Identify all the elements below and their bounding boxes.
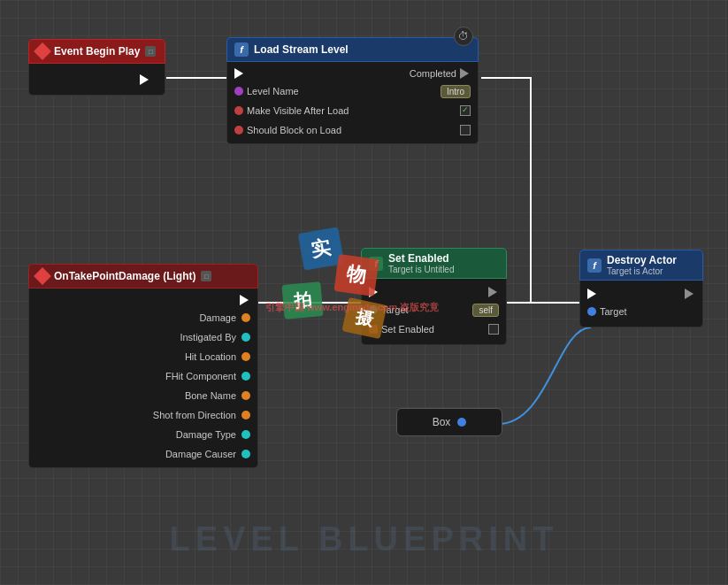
destroy-actor-icon: f xyxy=(587,258,602,273)
shot-direction-label: Shot from Direction xyxy=(153,410,236,420)
should-block-label: Should Block on Load xyxy=(247,125,341,135)
bone-name-pin[interactable] xyxy=(241,391,250,400)
overlay-stamp-3: 拍 xyxy=(281,281,323,319)
set-enabled-checkbox-pin-left: Set Enabled xyxy=(369,324,434,335)
set-enabled-title: Set Enabled xyxy=(388,252,454,265)
set-enabled-checkbox-row: Set Enabled xyxy=(362,319,506,339)
destroy-actor-subtitle: Target is Actor xyxy=(607,266,677,276)
watermark-text: LEVEL BLUEPRINT xyxy=(0,520,728,558)
set-enabled-target-label: Target xyxy=(381,304,409,315)
should-block-row: Should Block on Load xyxy=(227,120,478,140)
destroy-actor-exec-row xyxy=(580,286,702,302)
fhit-component-pin[interactable] xyxy=(241,372,250,381)
load-stream-level-completed-row: Completed xyxy=(410,68,471,79)
set-enabled-target-pin[interactable] xyxy=(369,305,378,314)
destroy-actor-body: Target xyxy=(579,281,703,327)
set-enabled-node: f Set Enabled Target is Untitled Target … xyxy=(361,248,507,345)
on-take-damage-icon xyxy=(34,267,51,285)
on-take-damage-exec-row xyxy=(29,292,257,308)
completed-label: Completed xyxy=(410,68,456,79)
load-stream-level-in-exec[interactable] xyxy=(234,68,245,79)
set-enabled-target-row: Target self xyxy=(362,300,506,319)
box-pin[interactable] xyxy=(457,418,466,427)
fhit-component-label: FHit Component xyxy=(165,371,236,381)
fhit-component-row: FHit Component xyxy=(29,366,257,386)
set-enabled-body: Target self Set Enabled xyxy=(361,279,507,345)
should-block-checkbox[interactable] xyxy=(460,125,471,135)
load-stream-level-exec-row: Completed xyxy=(227,65,478,81)
on-take-damage-header: OnTakePointDamage (Light) □ xyxy=(28,264,258,289)
bone-name-row: Bone Name xyxy=(29,386,257,405)
load-stream-level-header: f Load Stream Level xyxy=(226,37,479,62)
on-take-damage-body: Damage Instigated By Hit Location FHit C… xyxy=(28,289,258,468)
load-stream-level-node: ⏱ f Load Stream Level Completed Level Na… xyxy=(226,37,479,144)
destroy-actor-title: Destroy Actor xyxy=(607,254,677,266)
destroy-actor-title-block: Destroy Actor Target is Actor xyxy=(607,254,677,276)
hit-location-row: Hit Location xyxy=(29,347,257,366)
destroy-actor-target-label: Target xyxy=(600,306,627,317)
set-enabled-in-exec[interactable] xyxy=(369,287,379,297)
level-name-row: Level Name Intro xyxy=(227,81,478,101)
destroy-actor-header: f Destroy Actor Target is Actor xyxy=(579,250,703,281)
should-block-pin-left: Should Block on Load xyxy=(234,125,341,135)
event-begin-play-icon xyxy=(34,42,51,60)
damage-pin[interactable] xyxy=(241,313,250,322)
set-enabled-target-value: self xyxy=(472,304,499,317)
level-name-pin-left: Level Name xyxy=(234,86,299,96)
make-visible-pin-left: Make Visible After Load xyxy=(234,105,349,116)
damage-type-pin[interactable] xyxy=(241,430,250,439)
damage-type-row: Damage Type xyxy=(29,425,257,444)
event-begin-play-node: Event Begin Play □ xyxy=(28,39,165,96)
destroy-actor-target-pin[interactable] xyxy=(587,307,596,316)
should-block-pin[interactable] xyxy=(234,126,243,135)
event-begin-play-header: Event Begin Play □ xyxy=(28,39,165,64)
shot-direction-pin[interactable] xyxy=(241,411,250,420)
damage-causer-pin[interactable] xyxy=(241,450,250,458)
damage-type-label: Damage Type xyxy=(176,429,236,440)
completed-out-exec[interactable] xyxy=(460,68,471,79)
overlay-stamp-1: 实 xyxy=(298,227,345,270)
load-stream-level-clock: ⏱ xyxy=(454,27,473,46)
destroy-actor-in-exec[interactable] xyxy=(587,289,598,299)
level-name-pin[interactable] xyxy=(234,87,243,96)
box-label: Box xyxy=(433,416,451,428)
set-enabled-exec-row xyxy=(362,284,506,300)
destroy-actor-out-exec[interactable] xyxy=(685,289,695,299)
load-stream-level-icon: f xyxy=(234,42,249,57)
destroy-actor-target-pin-left: Target xyxy=(587,306,627,317)
load-stream-level-body: Completed Level Name Intro Make Visible … xyxy=(226,62,479,144)
damage-causer-row: Damage Causer xyxy=(29,444,257,464)
data-connection-1 xyxy=(498,327,591,424)
level-name-value: Intro xyxy=(441,85,471,98)
set-enabled-title-block: Set Enabled Target is Untitled xyxy=(388,252,454,274)
hit-location-label: Hit Location xyxy=(185,351,236,362)
set-enabled-out-exec[interactable] xyxy=(488,287,499,297)
event-begin-play-out-exec[interactable] xyxy=(140,74,150,85)
instigated-by-row: Instigated By xyxy=(29,327,257,347)
make-visible-pin[interactable] xyxy=(234,106,243,115)
event-begin-play-title: Event Begin Play xyxy=(54,45,140,58)
event-begin-play-body xyxy=(28,64,165,96)
set-enabled-bool-checkbox[interactable] xyxy=(488,324,499,335)
event-begin-play-exec-row xyxy=(133,72,157,88)
damage-label: Damage xyxy=(199,312,236,323)
instigated-by-label: Instigated By xyxy=(180,332,236,343)
set-enabled-bool-label: Set Enabled xyxy=(381,324,434,335)
set-enabled-bool-pin[interactable] xyxy=(369,325,378,334)
box-node: Box xyxy=(396,408,502,436)
make-visible-row: Make Visible After Load xyxy=(227,101,478,120)
instigated-by-pin[interactable] xyxy=(241,333,250,342)
hit-location-pin[interactable] xyxy=(241,352,250,361)
on-take-damage-node: OnTakePointDamage (Light) □ Damage Insti… xyxy=(28,264,258,468)
set-enabled-icon: f xyxy=(369,257,383,271)
make-visible-checkbox[interactable] xyxy=(460,105,471,116)
level-name-label: Level Name xyxy=(247,86,299,96)
damage-row: Damage xyxy=(29,308,257,327)
set-enabled-subtitle: Target is Untitled xyxy=(388,265,454,274)
event-begin-play-close[interactable]: □ xyxy=(145,46,156,57)
on-take-damage-out-exec[interactable] xyxy=(240,295,250,305)
destroy-actor-target-row: Target xyxy=(580,302,702,321)
shot-direction-row: Shot from Direction xyxy=(29,405,257,425)
load-stream-level-title: Load Stream Level xyxy=(254,43,349,56)
on-take-damage-close[interactable]: □ xyxy=(201,271,211,281)
